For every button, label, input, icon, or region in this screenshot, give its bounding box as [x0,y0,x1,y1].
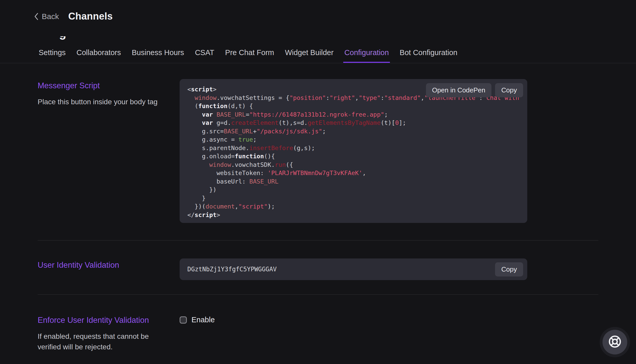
messenger-script-title: Messenger Script [38,81,180,91]
copy-token-button[interactable]: Copy [495,262,523,276]
lifebuoy-icon [608,335,622,350]
code-line: g.onload=function(){ [187,152,520,161]
back-label: Back [42,12,59,21]
channels-configuration-page: Back Channels g SettingsCollaboratorsBus… [0,0,636,364]
help-fab-button[interactable] [600,327,630,357]
enable-row: Enable [180,316,527,324]
tab-collaborators[interactable]: Collaborators [76,47,122,63]
code-line: websiteToken: 'PLARJrWTBNmnDw7gT3vKFAeK'… [187,169,520,177]
messenger-script-code-block: <script> window.vowchatSettings = {"posi… [180,79,527,223]
code-line: g.async = true; [187,135,520,144]
code-line: (function(d,t) { [187,102,520,110]
section-user-identity-validation: User Identity Validation DGztNbZj1Y3fgfC… [38,258,527,280]
code-line: })(document,"script"); [187,202,520,211]
code-line: window.vowchatSDK.run({ [187,161,520,169]
page-title: Channels [68,11,113,22]
tab-widget-builder[interactable]: Widget Builder [284,47,335,63]
back-link[interactable]: Back [34,12,59,21]
code-line: var g=d.createElement(t),s=d.getElements… [187,119,520,127]
enforce-description: If enabled, requests that cannot be veri… [38,331,161,352]
header: Back Channels [34,11,113,22]
enable-checkbox[interactable] [180,316,187,324]
tab-business-hours[interactable]: Business Hours [131,47,185,63]
messenger-script-description: Place this button inside your body tag [38,97,161,107]
open-in-codepen-button[interactable]: Open in CodePen [426,83,492,97]
identity-token-field[interactable]: DGztNbZj1Y3fgfC5YPWGGGAV Copy [180,258,527,280]
user-identity-title: User Identity Validation [38,260,180,270]
divider [38,240,598,241]
section-messenger-script: Messenger Script Place this button insid… [38,79,527,223]
code-line: s.parentNode.insertBefore(g,s); [187,144,520,152]
code-snippet: <script> window.vowchatSettings = {"posi… [187,85,520,219]
content: Messenger Script Place this button insid… [0,63,636,364]
section-enforce-user-identity: Enforce User Identity Validation If enab… [38,314,527,352]
divider [38,294,598,295]
code-line: </script> [187,211,520,219]
clipped-page-heading: g [59,36,71,40]
tab-configuration[interactable]: Configuration [343,47,390,63]
code-line: } [187,194,520,203]
tab-pre-chat-form[interactable]: Pre Chat Form [224,47,275,63]
code-line: baseUrl: BASE_URL [187,177,520,186]
code-actions: Open in CodePen Copy [426,83,523,97]
tab-bar: SettingsCollaboratorsBusiness HoursCSATP… [0,47,636,63]
enforce-title: Enforce User Identity Validation [38,315,180,325]
code-line: var BASE_URL="https://61487a131b12.ngrok… [187,110,520,119]
enable-label: Enable [191,316,215,324]
tab-bot-configuration[interactable]: Bot Configuration [399,47,458,63]
copy-script-button[interactable]: Copy [495,83,523,97]
code-line: }) [187,186,520,194]
tab-csat[interactable]: CSAT [194,47,215,63]
chevron-left-icon [34,12,39,21]
tab-settings[interactable]: Settings [38,47,67,63]
identity-token-value: DGztNbZj1Y3fgfC5YPWGGGAV [187,266,277,273]
code-line: g.src=BASE_URL+"/packs/js/sdk.js"; [187,127,520,136]
